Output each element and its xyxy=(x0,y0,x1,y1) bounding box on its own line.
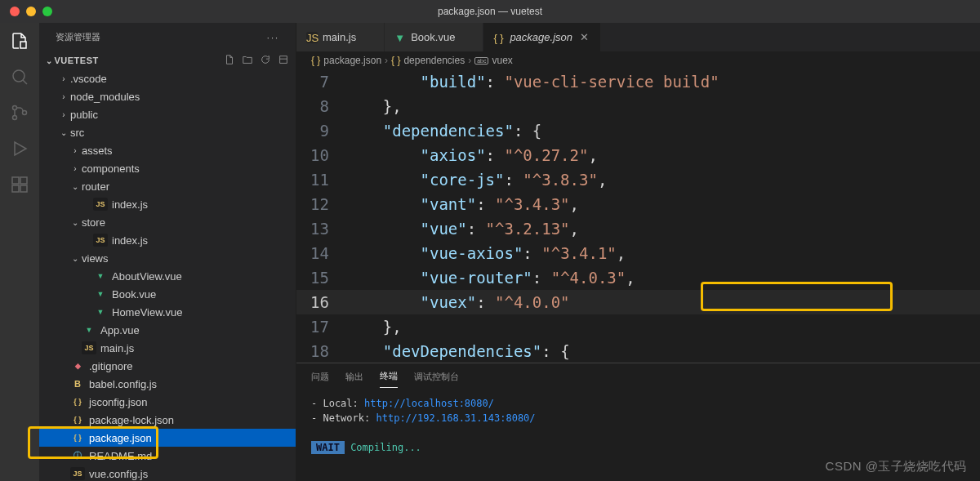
tree-file[interactable]: ▼HomeView.vue xyxy=(39,303,296,321)
tree-item-label: AboutView.vue xyxy=(112,270,182,283)
line-number: 18 xyxy=(296,339,345,363)
new-folder-icon[interactable] xyxy=(242,54,253,67)
code-line[interactable]: 11 "core-js": "^3.8.3", xyxy=(296,167,980,192)
tree-file[interactable]: ▼App.vue xyxy=(39,321,296,339)
tree-file[interactable]: ⓘREADME.md xyxy=(39,447,296,465)
tree-item-label: vue.config.js xyxy=(89,468,148,480)
babel-icon: B xyxy=(70,377,85,390)
svg-rect-5 xyxy=(20,177,27,184)
code-line[interactable]: 15 "vue-router": "^4.0.3", xyxy=(296,265,980,290)
svg-point-0 xyxy=(13,70,24,82)
new-file-icon[interactable] xyxy=(224,54,235,67)
explorer-icon[interactable] xyxy=(10,31,29,51)
sidebar: 资源管理器 ··· ⌄ VUETEST ›.vscode›node_module… xyxy=(39,23,296,481)
editor-tab[interactable]: { }package.json✕ xyxy=(483,23,601,51)
svg-rect-7 xyxy=(20,185,27,192)
code-line[interactable]: 8 }, xyxy=(296,94,980,118)
tree-item-label: Book.vue xyxy=(112,288,156,301)
tree-file[interactable]: { }package.json xyxy=(39,429,296,447)
tree-folder[interactable]: ›public xyxy=(39,105,296,123)
tree-file[interactable]: JSindex.js xyxy=(39,231,296,249)
tree-folder[interactable]: ›.vscode xyxy=(39,69,296,87)
tree-item-label: store xyxy=(82,216,105,229)
tree-file[interactable]: ▼AboutView.vue xyxy=(39,267,296,285)
chevron-down-icon: ⌄ xyxy=(69,218,82,227)
json-icon: { } xyxy=(70,395,85,408)
tree-folder[interactable]: ⌄store xyxy=(39,213,296,231)
code-line[interactable]: 13 "vue": "^3.2.13", xyxy=(296,216,980,241)
code-line[interactable]: 12 "vant": "^3.4.3", xyxy=(296,192,980,216)
panel-tab-debug[interactable]: 调试控制台 xyxy=(414,366,459,388)
tree-item-label: router xyxy=(82,180,109,193)
git-icon: ◆ xyxy=(70,359,85,372)
tree-item-label: src xyxy=(70,127,84,139)
activity-bar xyxy=(0,23,39,481)
project-section[interactable]: ⌄ VUETEST xyxy=(39,51,296,69)
tree-file[interactable]: ▼Book.vue xyxy=(39,285,296,303)
code-line[interactable]: 9 "dependencies": { xyxy=(296,118,980,143)
chevron-right-icon: › xyxy=(69,164,82,173)
breadcrumbs[interactable]: { } package.json › { } dependencies › ab… xyxy=(296,51,980,69)
panel-tab-problems[interactable]: 问题 xyxy=(311,366,329,388)
chevron-down-icon: ⌄ xyxy=(46,56,53,65)
js-icon: JS xyxy=(82,341,96,354)
code-line[interactable]: 14 "vue-axios": "^3.4.1", xyxy=(296,241,980,265)
line-number: 12 xyxy=(296,192,345,216)
line-number: 17 xyxy=(296,314,345,339)
svg-point-2 xyxy=(13,116,17,120)
code-editor[interactable]: 7 "build": "vue-cli-service build"8 },9 … xyxy=(296,69,980,363)
vue-icon: ▼ xyxy=(82,323,96,336)
svg-point-3 xyxy=(23,111,27,115)
code-line[interactable]: 10 "axios": "^0.27.2", xyxy=(296,143,980,167)
tree-folder[interactable]: ⌄router xyxy=(39,177,296,195)
extensions-icon[interactable] xyxy=(10,175,29,194)
tree-file[interactable]: JSindex.js xyxy=(39,195,296,213)
source-control-icon[interactable] xyxy=(10,103,29,122)
tree-file[interactable]: ◆.gitignore xyxy=(39,357,296,375)
line-number: 16 xyxy=(296,290,345,314)
minimize-window-button[interactable] xyxy=(26,7,36,16)
tree-item-label: index.js xyxy=(112,234,148,247)
editor-tab[interactable]: ▼Book.vue xyxy=(385,23,483,51)
code-line[interactable]: 18 "devDependencies": { xyxy=(296,339,980,363)
tree-file[interactable]: { }jsconfig.json xyxy=(39,393,296,411)
tree-file[interactable]: JSvue.config.js xyxy=(39,465,296,481)
json-icon: { } xyxy=(70,431,85,444)
refresh-icon[interactable] xyxy=(260,54,271,67)
code-line[interactable]: 7 "build": "vue-cli-service build" xyxy=(296,69,980,94)
panel-tab-terminal[interactable]: 终端 xyxy=(380,365,398,388)
tree-file[interactable]: JSmain.js xyxy=(39,339,296,357)
tree-folder[interactable]: ›assets xyxy=(39,141,296,159)
panel-tab-output[interactable]: 输出 xyxy=(345,366,363,388)
vue-icon: ▼ xyxy=(394,32,406,43)
chevron-right-icon: › xyxy=(57,110,70,119)
code-line[interactable]: 16 "vuex": "^4.0.0" xyxy=(296,290,980,314)
editor-tab[interactable]: JSmain.js xyxy=(296,23,385,51)
collapse-icon[interactable] xyxy=(278,54,289,67)
close-window-button[interactable] xyxy=(10,7,20,16)
svg-point-1 xyxy=(13,106,17,110)
chevron-down-icon: ⌄ xyxy=(57,128,70,137)
more-icon[interactable]: ··· xyxy=(267,33,279,42)
code-line[interactable]: 17 }, xyxy=(296,314,980,339)
line-number: 9 xyxy=(296,118,345,143)
tab-label: package.json xyxy=(510,31,572,43)
run-debug-icon[interactable] xyxy=(10,139,29,158)
tree-item-label: HomeView.vue xyxy=(112,306,182,318)
tree-folder[interactable]: ⌄views xyxy=(39,249,296,267)
line-number: 11 xyxy=(296,167,345,192)
tree-folder[interactable]: ›node_modules xyxy=(39,87,296,105)
search-icon[interactable] xyxy=(10,67,29,87)
chevron-down-icon: ⌄ xyxy=(69,254,82,263)
maximize-window-button[interactable] xyxy=(42,7,52,16)
js-icon: JS xyxy=(93,234,108,247)
chevron-right-icon: › xyxy=(69,146,82,155)
tree-file[interactable]: { }package-lock.json xyxy=(39,411,296,429)
tree-item-label: node_modules xyxy=(70,91,140,103)
tree-folder[interactable]: ›components xyxy=(39,159,296,177)
editor-area: JSmain.js▼Book.vue{ }package.json✕ { } p… xyxy=(296,23,980,481)
tree-file[interactable]: Bbabel.config.js xyxy=(39,375,296,393)
tree-folder[interactable]: ⌄src xyxy=(39,123,296,141)
json-icon: { } xyxy=(70,413,85,426)
close-icon[interactable]: ✕ xyxy=(577,31,590,43)
